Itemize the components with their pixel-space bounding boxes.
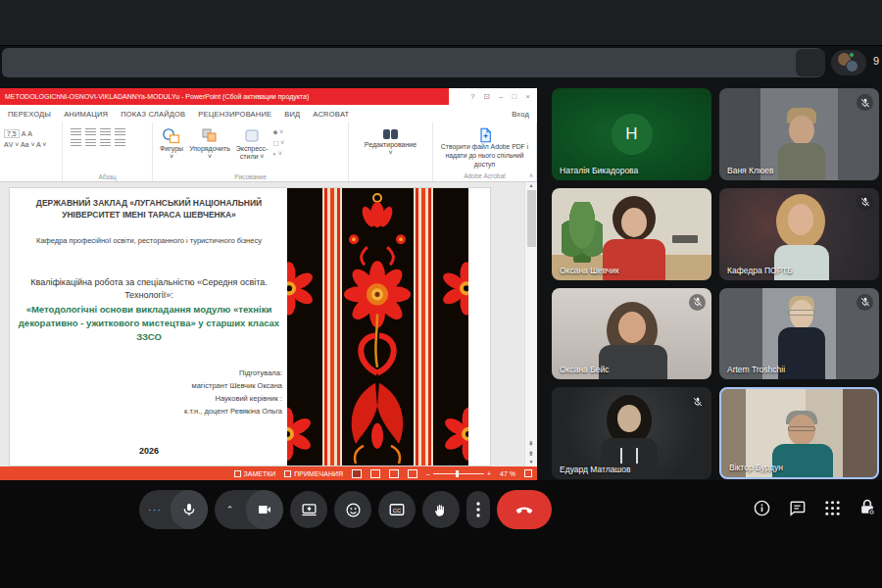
align-right-icon[interactable] <box>100 139 111 147</box>
character-spacing-button[interactable]: АV ˅ <box>4 141 19 148</box>
present-screen-button[interactable] <box>290 491 327 528</box>
powerpoint-window: METODOLOGIChNI-OSNOVI-VIKLADANNYa-MODULY… <box>0 88 537 480</box>
participant-tile[interactable]: Ваня Клюев <box>719 88 879 180</box>
editing-button[interactable]: Редактирование˅ <box>362 126 419 171</box>
next-slide-button[interactable]: ⇟ <box>528 450 534 457</box>
reading-view-button[interactable] <box>389 469 399 478</box>
participant-tile-active-speaker[interactable]: Віктор Бурдун <box>719 387 879 479</box>
tab-review[interactable]: РЕЦЕНЗИРОВАНИЕ <box>198 110 271 119</box>
indent-icon[interactable] <box>100 128 111 136</box>
shared-screen-top-strip <box>0 0 882 46</box>
reactions-button[interactable] <box>334 491 371 528</box>
participant-tile[interactable]: Оксана Шевчик <box>552 188 711 280</box>
hoodie-strings <box>620 448 622 464</box>
zoom-slider-thumb[interactable] <box>456 470 459 477</box>
shapes-button[interactable]: Фигуры˅ <box>157 126 186 162</box>
participant-name: Ваня Клюев <box>727 166 774 175</box>
scroll-up-arrow[interactable]: ▲ <box>529 182 534 188</box>
top-right-button[interactable] <box>796 49 825 76</box>
tab-view[interactable]: ВИД <box>284 110 300 119</box>
slide-qualification-text: Кваліфікаційна робота за спеціальністю «… <box>16 276 282 302</box>
ribbon-options-button[interactable]: ⊡ <box>483 92 490 101</box>
glasses <box>788 426 815 431</box>
powerpoint-title-bar: METODOLOGIChNI-OSNOVI-VIKLADANNYa-MODULY… <box>0 88 537 105</box>
normal-view-button[interactable] <box>352 469 362 478</box>
slide[interactable]: ДЕРЖАВНИЙ ЗАКЛАД «ЛУГАНСЬКИЙ НАЦІОНАЛЬНИ… <box>10 188 490 466</box>
mic-control[interactable]: ··· <box>139 490 208 529</box>
captions-button[interactable]: CC <box>378 491 416 528</box>
meeting-details-button[interactable] <box>752 498 771 517</box>
zoom-slider[interactable]: – + <box>426 470 491 477</box>
notes-toggle[interactable]: ЗАМЕТКИ <box>234 470 276 477</box>
participant-tile[interactable]: Едуард Матлашов <box>552 387 711 479</box>
participant-name: Кафедра ПОРТБ <box>727 266 793 275</box>
minimize-button[interactable]: – <box>499 92 503 101</box>
sign-in-link[interactable]: Вход <box>512 110 529 119</box>
participants-stack[interactable] <box>831 50 866 75</box>
tab-animations[interactable]: АНИМАЦИЯ <box>64 110 108 119</box>
zoom-in-button[interactable]: + <box>487 470 491 477</box>
audio-levels-indicator[interactable]: ··· <box>139 504 171 515</box>
supervisor-name: к.т.н., доцент Ревякіна Ольга <box>49 405 282 417</box>
line-spacing-icon[interactable] <box>115 128 125 136</box>
participant-name: Artem Troshchii <box>727 365 785 374</box>
activities-button[interactable] <box>822 498 842 517</box>
maximize-button[interactable]: □ <box>512 92 516 101</box>
quick-styles-button[interactable]: Экспресс-стили ˅ <box>233 126 271 162</box>
align-left-icon[interactable] <box>71 139 81 147</box>
ribbon-group-font: 7,5А А АV ˅ Aa ˅ A ˅ <box>0 122 63 181</box>
vertical-scrollbar[interactable]: ▲ ⇞ ⇟ ▼ <box>524 182 537 466</box>
participant-name: Наталія Бикадорова <box>560 166 638 175</box>
change-case-button[interactable]: Aa ˅ <box>21 141 35 148</box>
shared-window-title-bar <box>2 48 823 77</box>
previous-slide-button[interactable]: ⇞ <box>528 440 534 447</box>
shape-outline-icon[interactable]: ▢ ˅ <box>272 139 284 147</box>
participant-tile[interactable]: Оксана Бейс <box>552 288 711 380</box>
comments-icon <box>284 470 291 477</box>
arrange-icon <box>200 127 220 145</box>
help-button[interactable]: ? <box>470 92 474 101</box>
group-label-acrobat: Adobe Acrobat <box>433 172 536 180</box>
zoom-out-button[interactable]: – <box>426 470 430 477</box>
raise-hand-button[interactable] <box>422 491 460 528</box>
bullets-icon[interactable] <box>71 128 81 136</box>
camera-control[interactable]: ⌃ <box>215 490 283 529</box>
end-call-icon <box>514 500 534 519</box>
more-options-button[interactable] <box>466 491 490 528</box>
participant-tile[interactable]: Кафедра ПОРТБ <box>719 188 879 280</box>
microphone-button[interactable] <box>171 490 208 529</box>
comments-toggle[interactable]: ПРИМЕЧАНИЯ <box>284 470 343 477</box>
font-size-box[interactable]: 7,5 <box>4 129 20 138</box>
participant-name: Оксана Бейс <box>560 365 610 374</box>
shape-fill-icon[interactable]: ◆ ˅ <box>272 128 284 136</box>
host-controls-button[interactable] <box>858 498 877 517</box>
ribbon-group-acrobat[interactable]: Створити файл Adobe PDF і надати до ньог… <box>433 122 537 181</box>
scrollbar-thumb[interactable] <box>527 190 536 247</box>
grow-shrink-font-buttons[interactable]: А А <box>22 130 32 137</box>
slide-sorter-view-button[interactable] <box>370 469 380 478</box>
scroll-down-arrow[interactable]: ▼ <box>529 460 534 465</box>
tab-transitions[interactable]: ПЕРЕХОДЫ <box>8 110 51 119</box>
zoom-level[interactable]: 47 % <box>500 470 515 477</box>
shape-effects-icon[interactable]: ◐ ˅ <box>272 150 284 157</box>
collapse-ribbon-button[interactable]: ˄ <box>529 172 533 179</box>
close-button[interactable]: × <box>525 92 530 101</box>
justify-icon[interactable] <box>115 139 125 147</box>
participant-tile[interactable]: Н Наталія Бикадорова <box>552 88 711 180</box>
align-center-icon[interactable] <box>85 139 96 147</box>
numbering-icon[interactable] <box>85 128 96 136</box>
slideshow-view-button[interactable] <box>408 469 417 478</box>
participant-tile[interactable]: Artem Troshchii <box>719 288 879 380</box>
ribbon-group-drawing: Фигуры˅ Упорядочить˅ Экспресс-стили ˅ ◆ … <box>153 122 349 181</box>
group-label-drawing: Рисование <box>153 173 348 180</box>
end-call-button[interactable] <box>497 490 552 529</box>
font-color-button[interactable]: A ˅ <box>36 141 46 148</box>
camera-button[interactable] <box>246 490 283 529</box>
tab-slideshow[interactable]: ПОКАЗ СЛАЙДОВ <box>121 110 185 119</box>
fit-slide-button[interactable] <box>524 469 532 477</box>
arrange-button[interactable]: Упорядочить˅ <box>186 126 233 162</box>
tab-acrobat[interactable]: ACROBAT <box>313 110 349 119</box>
lock-icon <box>858 498 877 517</box>
camera-options-chevron[interactable]: ⌃ <box>215 505 246 514</box>
chat-button[interactable] <box>787 498 807 517</box>
